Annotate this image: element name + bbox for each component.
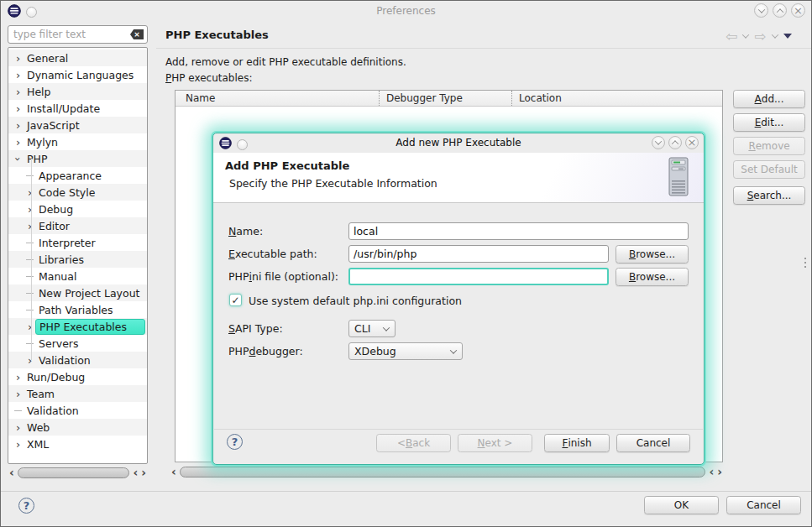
sidebar-item-code-style[interactable]: ›Code Style: [8, 184, 147, 201]
chevron-right-icon[interactable]: ›: [24, 187, 35, 198]
chevron-right-icon[interactable]: ›: [13, 70, 24, 81]
back-menu-chevron-icon[interactable]: [742, 31, 749, 38]
chevron-right-icon[interactable]: ›: [13, 439, 24, 450]
close-button[interactable]: ×: [791, 3, 805, 18]
sidebar-item-help[interactable]: ›Help: [8, 83, 147, 100]
use-system-default-checkbox[interactable]: ✓: [229, 294, 242, 306]
column-header-location[interactable]: Location: [511, 91, 722, 106]
sidebar-item-php-validation[interactable]: ›Validation: [8, 352, 147, 368]
ok-button[interactable]: OK: [644, 496, 719, 514]
help-icon[interactable]: ?: [18, 498, 34, 514]
tree-leaf-dash: [26, 276, 34, 277]
chevron-right-icon[interactable]: ›: [24, 204, 35, 215]
browse-executable-button[interactable]: Browse...: [616, 245, 689, 264]
finish-button[interactable]: Finish: [544, 434, 610, 452]
tree-leaf-dash: [26, 175, 34, 176]
chevron-right-icon[interactable]: ›: [13, 389, 24, 399]
scrollbar-thumb[interactable]: [180, 467, 706, 477]
scroll-right-icon[interactable]: ›: [715, 466, 724, 478]
set-default-button[interactable]: Set Default: [733, 160, 805, 179]
executable-path-label: Executable path:: [228, 245, 317, 263]
chevron-right-icon[interactable]: ›: [24, 355, 35, 366]
sidebar-item-mylyn[interactable]: ›Mylyn: [8, 133, 147, 150]
sidebar-item-install-update[interactable]: ›Install/Update: [8, 100, 147, 117]
scrollbar-thumb[interactable]: [18, 467, 130, 478]
chevron-down-icon[interactable]: ›: [13, 154, 24, 164]
sidebar-item-team[interactable]: ›Team: [8, 385, 147, 402]
sidebar-item-php-executables[interactable]: ›PHP Executables: [8, 318, 147, 335]
sidebar-item-javascript[interactable]: ›JavaScript: [8, 117, 147, 133]
chevron-right-icon[interactable]: ›: [24, 321, 35, 332]
sidebar-hscrollbar[interactable]: ‹ ‹ ›: [8, 466, 148, 480]
dialog-cancel-button[interactable]: Cancel: [616, 434, 690, 452]
edit-button[interactable]: Edit...: [733, 113, 805, 132]
php-ini-label: PHP ini file (optional):: [228, 268, 338, 285]
back-arrow-icon[interactable]: ⇦: [726, 29, 737, 43]
filter-input[interactable]: [8, 25, 148, 44]
chevron-right-icon[interactable]: ›: [13, 422, 24, 433]
chevron-right-icon[interactable]: ›: [13, 137, 24, 148]
sidebar-item-servers[interactable]: Servers: [8, 335, 147, 352]
sidebar-item-manual[interactable]: Manual: [8, 268, 147, 284]
forward-arrow-icon[interactable]: ⇨: [754, 29, 766, 43]
sidebar-item-debug[interactable]: ›Debug: [8, 201, 147, 217]
sidebar-item-libraries[interactable]: Libraries: [8, 251, 147, 268]
executable-path-field[interactable]: [348, 245, 609, 263]
sidebar-item-run-debug[interactable]: ›Run/Debug: [8, 368, 147, 385]
sidebar-item-path-variables[interactable]: Path Variables: [8, 301, 147, 318]
search-button[interactable]: Search...: [733, 186, 805, 205]
content-hscrollbar[interactable]: ‹ ‹ ›: [170, 465, 724, 479]
sidebar-item-validation[interactable]: Validation: [8, 402, 147, 419]
sidebar-item-new-project-layout[interactable]: New Project Layout: [8, 284, 147, 301]
sidebar-item-interpreter[interactable]: Interpreter: [8, 234, 147, 251]
next-button[interactable]: Next >: [458, 434, 532, 452]
sidebar-item-xml[interactable]: ›XML: [8, 436, 147, 452]
name-label: Name:: [228, 222, 263, 240]
scroll-left-icon[interactable]: ‹: [707, 466, 715, 478]
close-button[interactable]: ×: [685, 136, 699, 149]
chevron-right-icon[interactable]: ›: [24, 221, 35, 232]
header-separator: [156, 48, 811, 49]
view-menu-icon[interactable]: [783, 34, 792, 39]
window-title: Preferences: [1, 5, 811, 17]
chevron-right-icon[interactable]: ›: [13, 53, 24, 64]
minimize-button[interactable]: [754, 3, 768, 18]
maximize-button[interactable]: [773, 3, 787, 18]
add-button[interactable]: Add...: [733, 90, 805, 108]
tree-leaf-dash: [26, 243, 34, 243]
sash-grip-icon[interactable]: [804, 258, 806, 270]
sapi-type-select[interactable]: CLI: [348, 320, 396, 337]
chevron-right-icon[interactable]: ›: [13, 103, 24, 114]
forward-menu-chevron-icon[interactable]: [771, 31, 778, 38]
column-header-name[interactable]: Name: [175, 91, 379, 106]
php-debugger-select[interactable]: XDebug: [348, 342, 463, 360]
back-button[interactable]: < Back: [376, 434, 451, 452]
tree-leaf-dash: [26, 259, 34, 260]
sidebar-item-general[interactable]: ›General: [8, 50, 147, 66]
column-header-debugger-type[interactable]: Debugger Type: [379, 91, 511, 106]
sidebar-item-web[interactable]: ›Web: [8, 419, 147, 436]
scroll-right-icon[interactable]: ›: [139, 467, 148, 479]
name-field[interactable]: [348, 222, 689, 240]
php-ini-field[interactable]: [348, 268, 609, 285]
sidebar-item-dynamic-languages[interactable]: ›Dynamic Languages: [8, 66, 147, 83]
chevron-right-icon[interactable]: ›: [13, 120, 24, 131]
sidebar-item-appearance[interactable]: Appearance: [8, 167, 147, 184]
chevron-right-icon[interactable]: ›: [13, 372, 24, 383]
remove-button[interactable]: Remove: [733, 137, 805, 155]
minimize-button[interactable]: [652, 136, 665, 149]
maximize-button[interactable]: [668, 136, 682, 149]
scroll-left-icon[interactable]: ‹: [170, 466, 178, 478]
use-system-default-label: Use system default php.ini configuration: [249, 292, 462, 310]
cancel-button[interactable]: Cancel: [726, 496, 801, 514]
dialog-heading: Add PHP Executable: [225, 159, 349, 172]
sidebar-item-php[interactable]: ›PHP: [8, 150, 147, 167]
sidebar-item-editor[interactable]: ›Editor: [8, 217, 147, 234]
dialog-title-bar: Add new PHP Executable ×: [213, 133, 704, 153]
chevron-right-icon[interactable]: ›: [13, 86, 24, 97]
close-icon: ×: [688, 137, 697, 148]
table-header: Name Debugger Type Location: [175, 91, 722, 107]
scroll-left-icon[interactable]: ‹: [8, 467, 16, 479]
scroll-left-icon[interactable]: ‹: [131, 467, 139, 479]
browse-ini-button[interactable]: Browse...: [616, 268, 689, 286]
